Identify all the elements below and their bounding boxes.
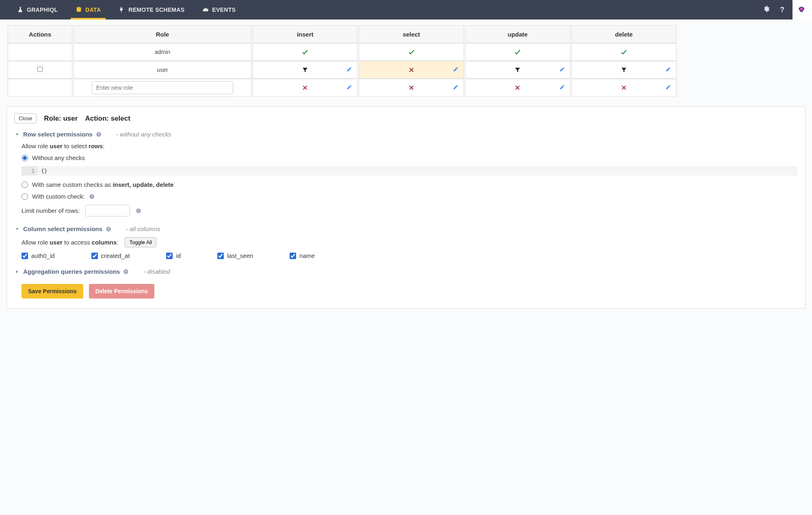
col-check[interactable]: auth0_id	[22, 252, 55, 259]
nav-events[interactable]: EVENTS	[193, 0, 245, 19]
col-check[interactable]: last_seen	[217, 252, 253, 259]
cell-user-delete[interactable]	[572, 61, 677, 79]
permission-editor: Close Role: user Action: select Row sele…	[6, 106, 806, 309]
radio-same-label: With same custom checks as insert, updat…	[32, 181, 173, 188]
radio-without-label: Without any checks	[32, 154, 85, 161]
section-title: Row select permissions	[23, 131, 93, 138]
question-icon: ?	[780, 6, 784, 14]
section-title: Aggregation queries permissions	[23, 268, 120, 275]
help-icon[interactable]	[89, 194, 95, 199]
th-role: Role	[74, 25, 251, 43]
cell-new-delete[interactable]	[572, 79, 677, 97]
love-button[interactable]	[793, 0, 812, 19]
limit-input[interactable]	[85, 205, 130, 216]
cross-icon	[302, 84, 308, 91]
th-update: update	[465, 25, 570, 43]
section-header-agg[interactable]: Aggregation queries permissions - disabl…	[14, 268, 798, 275]
bulk-select-user[interactable]	[37, 67, 43, 72]
close-button[interactable]: Close	[14, 113, 37, 123]
cell-admin-delete[interactable]	[572, 43, 677, 61]
permissions-table: Actions Role insert select update delete…	[6, 25, 678, 97]
col-desc: Allow role user to access columns:	[22, 239, 118, 246]
section-summary: - disabled	[143, 268, 170, 275]
cell-new-update[interactable]	[465, 79, 570, 97]
col-checkbox[interactable]	[166, 253, 173, 259]
table-row-admin: admin	[8, 43, 676, 61]
edit-icon[interactable]	[665, 84, 671, 91]
column-checkboxes: auth0_id created_at id last_seen name	[22, 252, 798, 259]
help-button[interactable]: ?	[775, 6, 789, 14]
cell-user-action	[8, 61, 72, 79]
section-header-row[interactable]: Row select permissions - without any che…	[14, 131, 798, 138]
help-icon[interactable]	[96, 132, 102, 137]
col-check[interactable]: created_at	[91, 252, 130, 259]
section-summary: - without any checks	[116, 131, 171, 138]
edit-icon[interactable]	[346, 67, 352, 74]
flask-icon	[17, 6, 24, 13]
row-desc: Allow role user to select rows:	[22, 143, 798, 149]
th-insert: insert	[253, 25, 358, 43]
cell-user-insert[interactable]	[253, 61, 358, 79]
radio-same-checks[interactable]	[22, 182, 28, 188]
table-row-newrole	[8, 79, 676, 97]
action-label: Action:	[85, 115, 110, 122]
line-number: 1	[22, 166, 38, 175]
th-actions: Actions	[8, 25, 72, 43]
col-check[interactable]: id	[166, 252, 181, 259]
nav-label: REMOTE SCHEMAS	[128, 6, 184, 13]
role-label: Role:	[44, 115, 63, 122]
col-checkbox[interactable]	[91, 253, 98, 259]
save-permissions-button[interactable]: Save Permissions	[22, 284, 83, 299]
table-row-user: user	[8, 61, 676, 79]
edit-icon[interactable]	[453, 67, 459, 74]
settings-button[interactable]	[758, 5, 775, 15]
action-value: select	[111, 115, 130, 122]
role-value: user	[63, 115, 78, 122]
panel-title: Role: user Action: select	[44, 115, 130, 123]
plug-icon	[119, 6, 125, 13]
radio-without-checks[interactable]	[22, 155, 28, 161]
top-nav: GRAPHIQL DATA REMOTE SCHEMAS EVENTS ?	[0, 0, 812, 19]
edit-icon[interactable]	[453, 84, 459, 91]
nav-data[interactable]: DATA	[67, 0, 110, 19]
help-icon[interactable]	[123, 269, 129, 275]
col-checkbox[interactable]	[290, 253, 296, 259]
filter-icon	[514, 67, 521, 73]
radio-custom-check[interactable]	[22, 193, 28, 200]
chevron-right-icon	[14, 269, 20, 275]
cross-icon	[514, 84, 521, 91]
toggle-all-button[interactable]: Toggle All	[125, 237, 156, 247]
cell-new-insert[interactable]	[253, 79, 358, 97]
row-permissions-section: Row select permissions - without any che…	[14, 131, 798, 216]
filter-editor[interactable]: 1 {}	[22, 166, 798, 175]
check-icon	[514, 48, 521, 56]
section-title: Column select permissions	[23, 225, 102, 232]
edit-icon[interactable]	[559, 84, 565, 91]
help-icon[interactable]	[136, 208, 141, 214]
nav-remote-schemas[interactable]: REMOTE SCHEMAS	[110, 0, 193, 19]
new-role-input[interactable]	[92, 81, 234, 94]
cell-admin-insert[interactable]	[253, 43, 358, 61]
cell-role: user	[74, 61, 251, 79]
help-icon[interactable]	[106, 226, 111, 232]
th-select: select	[359, 25, 464, 43]
edit-icon[interactable]	[665, 67, 671, 74]
cell-admin-update[interactable]	[465, 43, 570, 61]
col-checkbox[interactable]	[217, 253, 224, 259]
edit-icon[interactable]	[559, 67, 565, 74]
delete-permissions-button[interactable]: Delete Permissions	[89, 284, 154, 299]
cell-user-update[interactable]	[465, 61, 570, 79]
cell-new-select[interactable]	[359, 79, 464, 97]
cell-admin-select[interactable]	[359, 43, 464, 61]
cross-icon	[621, 84, 627, 91]
cross-icon	[408, 67, 415, 73]
cell-user-select[interactable]	[359, 61, 464, 79]
nav-label: DATA	[85, 6, 101, 13]
nav-graphiql[interactable]: GRAPHIQL	[8, 0, 67, 19]
section-header-col[interactable]: Column select permissions - all columns	[14, 225, 798, 232]
nav-label: EVENTS	[212, 6, 236, 13]
col-check[interactable]: name	[290, 252, 315, 259]
col-checkbox[interactable]	[22, 253, 28, 259]
cross-icon	[408, 84, 415, 91]
edit-icon[interactable]	[346, 84, 352, 91]
